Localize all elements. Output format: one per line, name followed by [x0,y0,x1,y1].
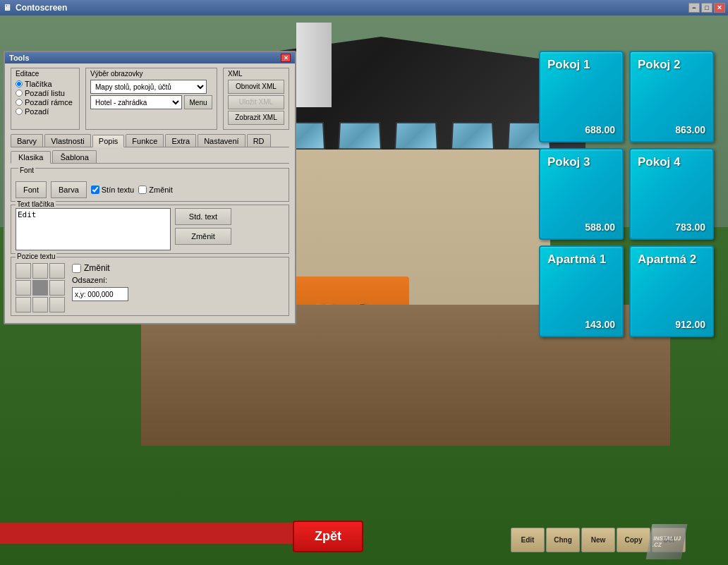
position-grid [16,263,65,312]
tools-title: Tools [9,54,30,62]
room-button-5[interactable]: Apartmá 2 912.00 [629,245,714,337]
zmenit-font-checkbox[interactable] [138,186,147,194]
window-controls: − □ ✕ [688,3,725,13]
title-bar-title: 🖥 Contoscreen [3,3,67,13]
tools-panel: Tools ✕ Editace Tlačítka Pozadí listu [4,51,296,324]
room-price: 783.00 [675,221,705,233]
room-name: Pokoj 2 [638,58,680,72]
pozice-textu-label: Pozice textu [16,253,56,260]
app-title: Contoscreen [16,3,67,13]
room-price: 143.00 [585,319,615,330]
new-button[interactable]: New [581,528,615,552]
tab-barvy[interactable]: Barvy [11,134,43,147]
chimney [296,23,332,107]
dropdown-mapy-row: Mapy stolů, pokojů, účtů [90,80,212,94]
tab-popis[interactable]: Popis [92,135,125,147]
room-price: 912.00 [675,319,705,330]
copy-button[interactable]: Copy [617,528,650,552]
room-price: 588.00 [585,221,615,233]
zmenit-row: Změnit [72,263,128,273]
odsazeni-label: Odsazení: [72,276,128,284]
room-button-3[interactable]: Pokoj 4 783.00 [629,148,714,240]
room-button-4[interactable]: Apartmá 1 143.00 [539,245,624,337]
skylight-3 [394,122,438,150]
radio-pozadi-listu-label: Pozadí listu [25,89,65,97]
pos-cell-tl[interactable] [16,263,31,279]
pos-cell-br[interactable] [49,297,65,312]
room-name: Apartmá 1 [547,253,606,267]
tab-funkce[interactable]: Funkce [126,134,164,147]
pos-cell-mc[interactable] [32,280,48,296]
menu-button[interactable]: Menu [184,95,212,109]
tools-close-button[interactable]: ✕ [281,54,291,62]
obnovit-xml-button[interactable]: Obnovit XML [228,80,284,94]
radio-pozadi-ramce[interactable] [16,99,23,106]
odsazeni-row: Změnit Odsazení: [72,263,128,301]
room-name: Pokoj 1 [547,58,590,72]
tools-content: Editace Tlačítka Pozadí listu Pozadí rám… [5,63,295,323]
pos-cell-bc[interactable] [32,297,48,312]
pos-cell-bl[interactable] [16,297,31,312]
pos-cell-tr[interactable] [49,263,65,279]
edit-button[interactable]: Edit [511,528,545,552]
zpet-button[interactable]: Zpět [293,521,363,552]
radio-pozadi-listu[interactable] [16,90,23,97]
text-area-row: Edit Std. text Změnit [16,208,284,250]
font-section-label: Font [18,166,35,174]
room-grid: Pokoj 1 688.00 Pokoj 2 863.00 Pokoj 3 58… [539,51,714,337]
font-button[interactable]: Font [16,181,47,198]
radio-pozadi-listu-item: Pozadí listu [16,89,75,97]
radio-tlacitka[interactable] [16,80,23,87]
text-tlacitka-input[interactable]: Edit [16,208,171,250]
skylight-2 [338,122,382,150]
sub-tabs: Klasika Šablona [11,150,289,164]
zobrazit-xml-button[interactable]: Zobrazit XML [228,111,284,125]
hotel-dropdown[interactable]: Hotel - zahrádka [90,95,182,109]
room-price: 688.00 [585,124,615,135]
zmenit-font-row: Změnit [138,186,173,194]
mapy-dropdown[interactable]: Mapy stolů, pokojů, účtů [90,80,207,94]
sub-tab-klasika[interactable]: Klasika [11,151,51,164]
restore-button[interactable]: □ [701,3,712,13]
tab-extra[interactable]: Extra [165,134,196,147]
zmenit-font-label: Změnit [149,186,173,194]
ulozit-xml-button[interactable]: Uložit XML [228,95,284,109]
logo-watermark: INSTALUJ.CZ [649,524,684,559]
font-section: Font Font Barva Stín textu Změnit [11,168,289,202]
minimize-button[interactable]: − [688,3,700,13]
barva-button[interactable]: Barva [51,181,87,198]
pos-cell-ml[interactable] [16,280,31,296]
main-tabs: Barvy Vlastnosti Popis Funkce Extra Nast… [11,134,289,147]
pos-cell-mr[interactable] [49,280,65,296]
zmenit-pozice-checkbox[interactable] [72,264,81,273]
room-button-2[interactable]: Pokoj 3 588.00 [539,148,624,240]
main-scene: Conto Hotel Pokoj 1 688.00 Pokoj 2 863.0… [0,16,728,565]
tab-rd[interactable]: RD [247,134,271,147]
text-area-buttons: Std. text Změnit [175,208,231,245]
sub-tab-sablona[interactable]: Šablona [52,150,96,163]
tools-top-row: Editace Tlačítka Pozadí listu Pozadí rám… [11,68,289,130]
room-price: 863.00 [675,124,705,135]
chng-button[interactable]: Chng [546,528,580,552]
zmenit-text-button[interactable]: Změnit [175,228,231,245]
pos-cell-tc[interactable] [32,263,48,279]
pozice-inner: Změnit Odsazení: [16,263,284,312]
skylight-row [282,121,550,150]
room-name: Apartmá 2 [638,253,696,267]
room-button-1[interactable]: Pokoj 2 863.00 [629,51,714,142]
font-section-inner: Font Barva Stín textu Změnit [16,181,284,198]
stin-textu-checkbox[interactable] [91,186,99,194]
radio-pozadi[interactable] [16,108,23,115]
tab-vlastnosti[interactable]: Vlastnosti [44,134,91,147]
tab-nastaveni[interactable]: Nastavení [198,134,245,147]
room-button-0[interactable]: Pokoj 1 688.00 [539,51,624,142]
radio-pozadi-item: Pozadí [16,107,75,116]
dropdown-hotel-row: Hotel - zahrádka Menu [90,95,212,109]
pozice-textu-section: Pozice textu [11,257,289,316]
close-button[interactable]: ✕ [714,3,725,13]
stin-textu-label: Stín textu [102,186,134,194]
xml-label: XML [228,70,284,78]
std-text-button[interactable]: Std. text [175,208,231,225]
odsazeni-input[interactable] [72,287,128,301]
room-name: Pokoj 3 [547,155,590,169]
